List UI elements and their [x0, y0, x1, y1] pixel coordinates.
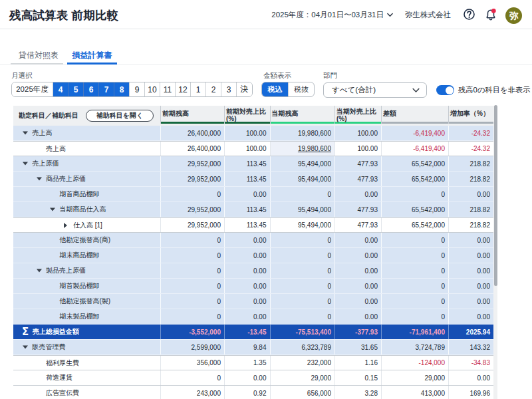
tree-collapse-icon[interactable] — [37, 269, 42, 273]
tree-expand-icon[interactable] — [64, 223, 67, 228]
cell-value: 0 — [217, 374, 221, 382]
drilldown-link[interactable]: 19,980,600 — [298, 145, 331, 152]
table-row-account[interactable]: 期首商品棚卸00.0000.0000.00 — [13, 187, 493, 202]
tree-collapse-icon[interactable] — [37, 178, 42, 181]
column-divider — [334, 233, 335, 247]
notification-bell-icon[interactable] — [485, 9, 497, 21]
column-divider — [448, 325, 449, 339]
column-divider — [381, 126, 382, 140]
cell-value: 29,952,000 — [188, 176, 221, 183]
cell-value: 95,494,000 — [298, 160, 331, 168]
cell-value: 0.15 — [365, 374, 378, 382]
cell-value: 3.28 — [365, 390, 378, 397]
cell-value: 26,400,000 — [188, 145, 221, 152]
column-divider — [224, 279, 225, 293]
table-cell: 243,000 — [160, 386, 224, 399]
table-row-total[interactable]: Σ売上総損益金額-3,552,000-13.45-75,513,400-377.… — [13, 325, 493, 340]
column-divider — [224, 218, 225, 232]
column-divider — [270, 248, 271, 263]
month-cell-1[interactable]: 1 — [191, 82, 206, 96]
month-cell-8[interactable]: 8 — [114, 82, 130, 96]
table-row-account[interactable]: 広告宣伝費243,0000.92656,0003.28413,000169.96 — [13, 386, 493, 399]
tab-profit-loss[interactable]: 損益計算書 — [67, 46, 117, 65]
table-row-account[interactable]: 期末商品棚卸00.0000.0000.00 — [13, 248, 493, 263]
fiscal-period-selector[interactable]: 2025年度：04月01日〜03月31日 — [271, 0, 393, 29]
table-row-account[interactable]: 販売管理費2,599,0009.846,323,78931.653,724,78… — [13, 340, 493, 355]
month-cell-4[interactable]: 4 — [53, 82, 68, 96]
month-cell-12[interactable]: 12 — [176, 82, 191, 96]
hide-zero-toggle[interactable] — [436, 85, 454, 95]
cell-value: 0 — [217, 267, 221, 275]
column-divider — [448, 248, 449, 263]
open-subaccounts-button[interactable]: 補助科目を開く — [86, 110, 154, 122]
column-divider — [160, 309, 161, 324]
table-row-account[interactable]: 売上高26,400,000100.0019,980,600100.00-6,41… — [13, 141, 493, 156]
column-divider — [334, 187, 335, 201]
table-cell: 31.65 — [334, 340, 381, 354]
table-row-account[interactable]: 製品売上原価00.0000.0000.00 — [13, 263, 493, 279]
table-cell: 0.15 — [334, 370, 381, 385]
month-cell-year[interactable]: 2025年度 — [12, 82, 53, 96]
department-label: 部門 — [323, 71, 337, 80]
table-row-account[interactable]: 商品売上原価29,952,000113.4595,494,000477.9365… — [13, 172, 493, 187]
tax-included-button[interactable]: 税込 — [262, 82, 288, 96]
toggle-knob — [446, 86, 454, 94]
tab-balance-sheet[interactable]: 貸借対照表 — [11, 46, 63, 65]
cell-value: 218.82 — [469, 206, 490, 213]
table-row-account[interactable]: 他勘定振替高(商)00.0000.0000.00 — [13, 233, 493, 248]
help-icon[interactable] — [464, 9, 475, 20]
table-cell: 29,952,000 — [160, 156, 224, 171]
table-cell: 113.45 — [224, 218, 270, 232]
column-divider — [334, 172, 335, 186]
tree-collapse-icon[interactable] — [23, 162, 28, 166]
table-cell: -13.45 — [224, 325, 270, 339]
table-row-account[interactable]: 期末製品棚卸00.0000.0000.00 — [13, 309, 493, 325]
table-row-account[interactable]: 期首製品棚卸00.0000.0000.00 — [13, 279, 493, 294]
table-cell: 95,494,000 — [270, 202, 335, 217]
tax-excluded-button[interactable]: 税抜 — [288, 82, 314, 96]
column-divider — [381, 294, 382, 309]
table-cell: 0 — [270, 309, 335, 324]
tree-collapse-icon[interactable] — [23, 132, 28, 135]
column-divider — [160, 187, 161, 201]
table-row-account[interactable]: 仕入高 [1]29,952,000113.4595,494,000477.936… — [13, 217, 493, 233]
cell-value: 65,542,000 — [412, 160, 445, 168]
column-divider — [270, 187, 271, 201]
table-row-account[interactable]: 当期商品仕入高29,952,000113.4595,494,000477.936… — [13, 202, 493, 217]
table-row-account[interactable]: 荷造運賃00.0029,0000.1529,0000.00 — [13, 370, 493, 386]
scrollbar-thumb[interactable] — [494, 105, 497, 286]
table-row-account[interactable]: 福利厚生費356,0001.35232,0001.16-124,000-34.8… — [13, 355, 493, 370]
month-cell-決[interactable]: 決 — [237, 82, 252, 96]
month-cell-6[interactable]: 6 — [84, 82, 99, 96]
column-divider — [448, 370, 449, 385]
cell-value: 1.16 — [365, 359, 378, 366]
table-cell: 0 — [381, 279, 448, 293]
month-cell-7[interactable]: 7 — [99, 82, 114, 96]
account-name: 他勘定振替高(製) — [60, 297, 111, 306]
account-name-cell: 当期商品仕入高 — [13, 202, 160, 217]
tree-collapse-icon[interactable] — [50, 208, 55, 211]
table-cell: -71,961,400 — [381, 325, 448, 339]
report-tabs: 貸借対照表 損益計算書 — [0, 30, 532, 65]
department-select[interactable]: すべて(合計) — [323, 82, 427, 98]
cell-value: 95,494,000 — [298, 176, 331, 183]
account-name-cell: 売上高 — [13, 142, 160, 156]
month-cell-9[interactable]: 9 — [130, 82, 145, 96]
column-divider — [160, 340, 161, 354]
month-cell-11[interactable]: 11 — [160, 82, 176, 96]
month-cell-2[interactable]: 2 — [206, 82, 221, 96]
table-cell: 26,400,000 — [160, 142, 224, 156]
table-row-account[interactable]: 売上原価29,952,000113.4595,494,000477.9365,5… — [13, 156, 493, 172]
cell-value: 0 — [441, 252, 445, 259]
cell-value: 656,000 — [307, 390, 331, 397]
table-row-account[interactable]: 他勘定振替高(製)00.0000.0000.00 — [13, 294, 493, 309]
table-cell: 100.00 — [334, 126, 381, 140]
avatar[interactable]: 弥 — [505, 7, 522, 24]
tree-collapse-icon[interactable] — [23, 346, 28, 349]
table-row-account[interactable]: 売上高26,400,000100.0019,980,600100.00-6,41… — [13, 126, 493, 141]
month-cell-5[interactable]: 5 — [68, 82, 84, 96]
column-divider — [270, 142, 271, 156]
cell-value: 232,000 — [307, 359, 331, 366]
month-cell-3[interactable]: 3 — [221, 82, 237, 96]
month-cell-10[interactable]: 10 — [145, 82, 160, 96]
